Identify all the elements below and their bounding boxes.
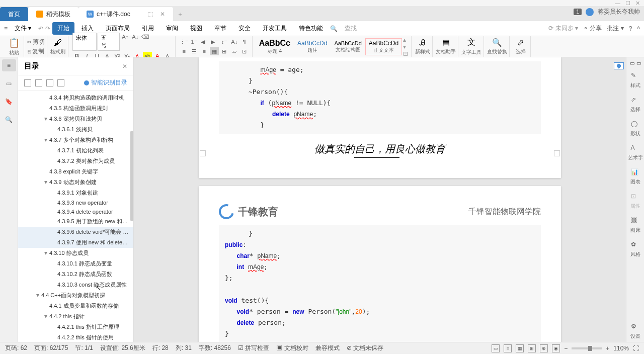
outline-item[interactable]: 4.3.7.2 类对象作为成员 [18,156,133,166]
bookmark-icon[interactable]: 🔖 [2,96,16,108]
distribute-icon[interactable]: ⊞ [220,47,229,55]
style-scroll-up[interactable]: ▴ [403,36,408,43]
rb-art[interactable]: A艺术字 [627,142,644,163]
outline-item[interactable]: ▾4.3.10 静态成员 [18,248,133,258]
menu-start[interactable]: 开始 [52,22,74,35]
outline-item[interactable]: ▾4.3.7 多个对象构造和析构 [18,135,133,145]
notification-badge[interactable]: 1 [574,9,582,15]
status-chars[interactable]: 字数: 48256 [199,344,231,352]
size-select[interactable]: 五号 [98,33,120,51]
outline-item[interactable]: 4.3.7.1 初始化列表 [18,145,133,156]
numbering-icon[interactable]: 1≡ [190,38,199,46]
indent-dec-icon[interactable]: ◀≡ [200,38,209,46]
sort-icon[interactable]: A↓ [230,38,239,46]
menu-search[interactable]: 查找 [340,22,362,35]
search-panel-icon[interactable]: 🔍 [2,114,16,126]
grow-font-icon[interactable]: A↑ [121,33,130,41]
rb-style[interactable]: ✎样式 [629,70,641,91]
fullscreen-icon[interactable]: ⛶ [633,345,639,352]
view-mode-6[interactable]: ◉ [552,344,560,352]
page-icon[interactable]: ▭ [2,77,16,89]
shading-icon[interactable]: ▱ [230,47,239,55]
menu-chapter[interactable]: 章节 [209,22,231,35]
paste-icon[interactable]: 📋 [9,37,20,48]
zoom-in-icon[interactable]: + [606,345,609,352]
cut-button[interactable]: ✂ 剪切 [27,38,45,46]
shrink-font-icon[interactable]: A↓ [131,33,140,41]
copy-button[interactable]: ⎘ 复制 [28,47,44,56]
rb-chart[interactable]: 📊图表 [629,166,641,188]
tab-pin-icon[interactable]: ⬚ [147,11,153,18]
outline-item[interactable]: ▾4.4 C++面向对象模型初探 [18,290,133,301]
style-docmap[interactable]: AaBbCcDd文档结构图 [331,39,365,55]
status-page[interactable]: 页码: 62 [5,344,27,352]
menu-safe[interactable]: 安全 [233,22,256,35]
outline-item[interactable]: 4.3.5 构造函数调用规则 [18,103,133,114]
outline-item[interactable]: 4.3.9.6 delete void*可能会 … [18,227,133,237]
view-mode-3[interactable]: ▦ [516,344,524,352]
outline-item[interactable]: 4.3.4 拷贝构造函数的调用时机 [18,93,133,103]
tab-template[interactable]: 稻壳模板 [28,7,78,21]
rb-setting[interactable]: ⚙设置 [629,321,641,342]
outline-tool-3[interactable] [46,79,53,86]
scrollbar-thumb[interactable] [130,131,133,221]
rb-shape[interactable]: ◯形状 [629,118,641,139]
window-min-icon[interactable]: — [615,0,620,6]
zoom-out-icon[interactable]: − [564,345,568,352]
align-justify-icon[interactable]: ▦ [210,47,219,55]
minimap-pin[interactable] [614,62,624,69]
align-right-icon[interactable]: ≡ [200,47,209,55]
rb-theme[interactable]: ✿风格 [629,239,641,260]
outline-item[interactable]: 4.4.2.1 this 指针工作原理 [18,322,133,332]
tab-add-button[interactable]: ＋ [173,7,187,21]
tab-home[interactable]: 首页 [0,7,28,21]
linespace-icon[interactable]: ↕≡ [220,38,229,46]
outline-item[interactable]: 4.3.10.3 const 静态成员属性 [18,280,133,290]
font-select[interactable]: 宋体 [72,33,97,51]
select-icon[interactable]: ⬀ [517,38,524,47]
rb-attr[interactable]: ⊡属性 [629,191,641,212]
user-avatar[interactable] [586,8,594,16]
document-area[interactable]: mAge = age; } ~Person(){ if (pName != NU… [134,57,626,342]
outline-tool-2[interactable] [35,79,42,86]
style-body[interactable]: AaBbCcDd正文文本 [365,38,402,55]
window-close-icon[interactable]: ✕ [635,0,640,7]
showmarks-icon[interactable]: ¶ [240,38,249,46]
view-mode-5[interactable]: ⊕ [540,344,548,352]
align-center-icon[interactable]: ☰ [190,47,199,55]
outline-item[interactable]: ▾4.4.2 this 指针 [18,311,133,322]
style-heading4[interactable]: AaBbCc标题 4 [256,37,294,56]
outline-item[interactable]: 4.3.9.5 用于数组的 new 和 d … [18,216,133,227]
smart-outline-link[interactable]: 智能识别目录 [84,78,127,87]
style-more[interactable]: ⊟ [403,50,408,57]
share-button[interactable]: ⚬ 分享 [583,24,602,33]
sync-status[interactable]: ⟳ 未同步 ▾ [548,24,578,33]
menu-dev[interactable]: 开发工具 [258,22,292,35]
outline-item[interactable]: 4.3.6.1 浅拷贝 [18,124,133,135]
zoom-slider[interactable] [572,347,602,349]
outline-close-icon[interactable]: ✕ [122,63,127,70]
style-caption[interactable]: AaBbCcDd题注 [294,38,331,55]
borders-icon[interactable]: ⊡ [240,47,249,55]
rb-toggle-1[interactable]: ▭ [630,60,634,66]
help-icon[interactable]: ? [629,25,632,32]
view-mode-4[interactable]: ⊞ [528,344,536,352]
outline-item[interactable]: 4.4.1 成员变量和函数的存储 [18,301,133,311]
collapse-ribbon-icon[interactable]: ^ [637,25,640,32]
search-icon[interactable]: 🔍 [330,25,338,32]
brush-icon[interactable]: 🖌 [54,38,62,47]
status-spell[interactable]: ☑ 拼写检查 [238,344,269,352]
menu-special[interactable]: 特色功能 [294,22,328,35]
outline-item[interactable]: 4.3.9.4 delete operator [18,207,133,216]
outline-item[interactable]: 4.3.9.1 对象创建 [18,188,133,198]
tab-close-icon[interactable]: ✕ [160,11,165,18]
align-left-icon[interactable]: ≡ [180,47,189,55]
status-docfix[interactable]: ▣ 文档校对 [276,344,308,352]
outline-item[interactable]: 4.3.8 explicit 关键字 [18,166,133,177]
newstyle-icon[interactable]: Ꭿ [420,38,426,47]
outline-item[interactable]: 4.3.10.1 静态成员变量 [18,258,133,269]
outline-tree[interactable]: 4.3.4 拷贝构造函数的调用时机4.3.5 构造函数调用规则▾4.3.6 深拷… [18,90,133,342]
outline-item[interactable]: 4.3.10.2 静态成员函数 [18,269,133,280]
findrep-icon[interactable]: 🔍 [492,38,502,47]
clear-fmt-icon[interactable]: ⌫ [141,33,150,41]
